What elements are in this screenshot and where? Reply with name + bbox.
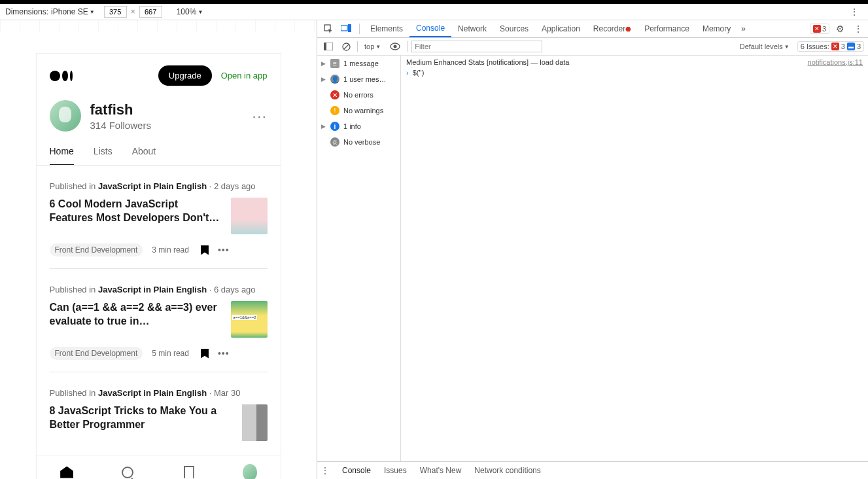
toggle-sidebar-icon[interactable]	[321, 41, 336, 52]
console-input[interactable]: › $('')	[401, 67, 868, 78]
devtools-panel: Elements Console Network Sources Applica…	[317, 20, 868, 479]
nav-bookmarks-icon[interactable]	[182, 465, 196, 480]
medium-logo[interactable]	[50, 71, 73, 81]
warning-icon: !	[330, 106, 339, 115]
devtools-more-icon[interactable]: ⋮	[851, 24, 865, 34]
chevron-down-icon: ▼	[784, 44, 790, 50]
source-link[interactable]: notifications.js:11	[808, 58, 863, 66]
drawer-tab-network-conditions[interactable]: Network conditions	[474, 466, 540, 475]
console-log-line[interactable]: Medium Enhanced Stats [notifications] — …	[401, 57, 868, 67]
tab-sources[interactable]: Sources	[493, 20, 535, 37]
x-separator: ×	[131, 7, 135, 16]
followers-count: 314 Followers	[90, 120, 151, 131]
context-select[interactable]: top ▼	[362, 43, 383, 50]
article-title: 6 Cool Modern JavaScript Features Most D…	[50, 198, 220, 225]
sidebar-user-messages[interactable]: ▶👤1 user mes…	[317, 71, 400, 87]
device-viewport: Upgrade Open in app fatfish 314 Follower…	[0, 20, 317, 479]
error-icon: ✕	[330, 90, 339, 99]
tab-home[interactable]: Home	[50, 146, 74, 165]
dimensions-label: Dimensions:	[5, 7, 48, 16]
console-output: Medium Enhanced Stats [notifications] — …	[401, 56, 868, 461]
device-toggle-icon[interactable]	[337, 24, 355, 33]
tab-console[interactable]: Console	[409, 20, 451, 37]
tab-performance[interactable]: Performance	[638, 20, 696, 37]
sidebar-warnings[interactable]: !No warnings	[317, 103, 400, 118]
article-card[interactable]: Published in JavaScript in Plain English…	[50, 166, 268, 269]
read-time: 5 min read	[152, 349, 189, 358]
console-sidebar: ▶≡1 message ▶👤1 user mes… ✕No errors !No…	[317, 56, 401, 461]
article-card[interactable]: Published in JavaScript in Plain English…	[50, 372, 268, 453]
inspect-element-icon[interactable]	[320, 24, 337, 33]
topic-tag[interactable]: Front End Development	[50, 347, 143, 360]
svg-line-6	[344, 44, 349, 49]
tab-network[interactable]: Network	[451, 20, 493, 37]
article-thumbnail	[231, 301, 268, 338]
user-icon: 👤	[330, 75, 339, 84]
bottom-nav	[37, 455, 281, 479]
read-time: 3 min read	[152, 245, 189, 255]
drawer-tab-issues[interactable]: Issues	[384, 466, 407, 475]
article-thumbnail	[231, 404, 268, 441]
log-levels-select[interactable]: Default levels ▼	[737, 43, 792, 50]
drawer-more-icon[interactable]: ⋮	[321, 466, 329, 475]
nav-search-icon[interactable]	[120, 465, 135, 480]
more-icon[interactable]: •••	[218, 245, 230, 255]
article-thumbnail	[231, 198, 268, 234]
chevron-down-icon: ▼	[375, 44, 381, 50]
drawer-tab-whats-new[interactable]: What's New	[420, 466, 462, 475]
nav-home-icon[interactable]	[60, 465, 74, 480]
article-title: Can (a==1 && a==2 && a==3) ever evaluate…	[50, 301, 220, 328]
errors-badge[interactable]: ✕ 3	[810, 24, 829, 34]
chevron-down-icon: ▼	[90, 9, 95, 15]
tab-about[interactable]: About	[132, 146, 156, 165]
svg-rect-2	[348, 24, 351, 32]
svg-point-8	[394, 45, 397, 48]
topic-tag[interactable]: Front End Development	[50, 243, 143, 257]
tab-recorder[interactable]: Recorder ⬣	[587, 20, 638, 37]
filter-input[interactable]	[411, 41, 542, 52]
height-input[interactable]	[139, 6, 162, 18]
tab-application[interactable]: Application	[535, 20, 587, 37]
upgrade-button[interactable]: Upgrade	[158, 65, 212, 86]
more-tabs-icon[interactable]: »	[737, 24, 750, 33]
sidebar-errors[interactable]: ✕No errors	[317, 87, 400, 103]
zoom-select[interactable]: 100% ▼	[177, 7, 203, 16]
bookmark-icon[interactable]	[201, 349, 209, 359]
more-options-icon[interactable]: ⋮	[846, 7, 863, 17]
ruler	[0, 20, 317, 32]
nav-profile-avatar[interactable]	[243, 465, 257, 480]
tab-lists[interactable]: Lists	[94, 146, 113, 165]
tab-memory[interactable]: Memory	[696, 20, 737, 37]
svg-rect-4	[324, 43, 326, 50]
article-title: 8 JavaScript Tricks to Make You a Better…	[50, 404, 220, 432]
info-icon: ▬	[847, 43, 855, 50]
error-icon: ✕	[831, 43, 839, 50]
clear-console-icon[interactable]	[339, 41, 353, 52]
more-icon[interactable]: •••	[218, 348, 230, 359]
live-expression-icon[interactable]	[387, 41, 403, 52]
verbose-icon: ⛭	[330, 137, 339, 147]
device-select[interactable]: iPhone SE ▼	[51, 7, 95, 16]
info-icon: i	[330, 122, 339, 131]
profile-avatar[interactable]	[50, 100, 81, 132]
profile-more-icon[interactable]: ···	[252, 109, 268, 124]
list-icon: ≡	[330, 59, 339, 68]
article-card[interactable]: Published in JavaScript in Plain English…	[50, 269, 268, 372]
error-icon: ✕	[813, 25, 821, 33]
sidebar-verbose[interactable]: ⛭No verbose	[317, 134, 400, 150]
svg-rect-1	[341, 26, 347, 31]
prompt-icon: ›	[406, 69, 409, 77]
issues-badge[interactable]: 6 Issues: ✕3 ▬3	[797, 41, 864, 52]
sidebar-messages[interactable]: ▶≡1 message	[317, 56, 400, 71]
sidebar-info[interactable]: ▶i1 info	[317, 118, 400, 134]
open-in-app-link[interactable]: Open in app	[221, 71, 268, 80]
settings-gear-icon[interactable]: ⚙	[833, 24, 847, 34]
chevron-down-icon: ▼	[198, 9, 203, 15]
drawer-tab-console[interactable]: Console	[342, 466, 371, 475]
profile-name: fatfish	[90, 101, 151, 118]
width-input[interactable]	[104, 6, 127, 18]
device-toolbar: Dimensions: iPhone SE ▼ × 100% ▼ ⋮	[0, 4, 868, 20]
tab-elements[interactable]: Elements	[364, 20, 409, 37]
rendered-page: Upgrade Open in app fatfish 314 Follower…	[36, 53, 281, 479]
bookmark-icon[interactable]	[201, 245, 209, 255]
